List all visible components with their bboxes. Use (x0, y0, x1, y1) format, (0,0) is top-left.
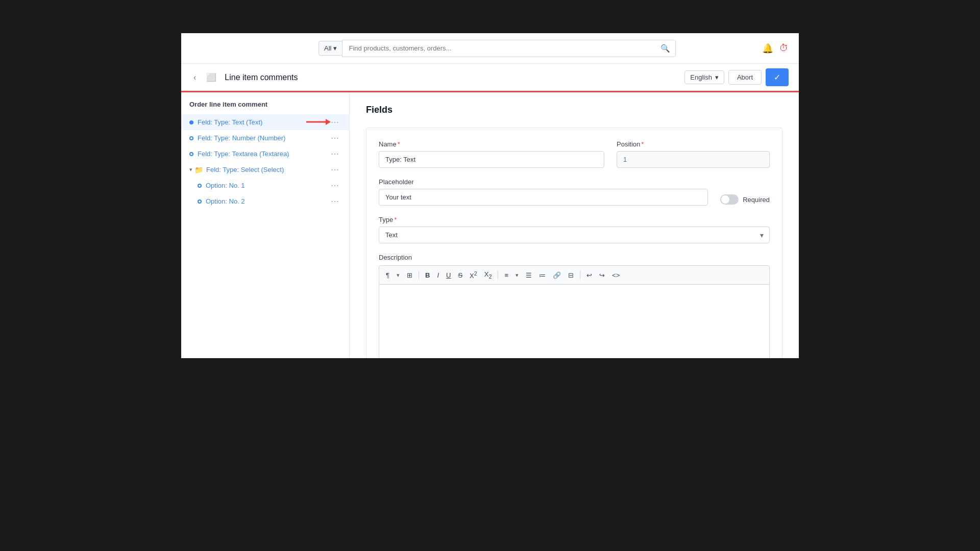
placeholder-field-group: Placeholder (379, 178, 708, 206)
search-input[interactable] (342, 41, 655, 56)
content-area: Fields Name* Position* (350, 92, 799, 358)
fields-title: Fields (366, 105, 782, 115)
tree-dot-icon (189, 152, 193, 156)
name-field-group: Name* (379, 140, 604, 168)
toolbar-align-button[interactable]: ≡ (502, 270, 511, 281)
tree-dot-icon (198, 184, 202, 188)
language-chevron: ▾ (715, 73, 719, 81)
type-select[interactable]: Text (379, 227, 770, 243)
toolbar-superscript-button[interactable]: X2 (467, 269, 480, 281)
language-label: English (690, 73, 712, 81)
tree-dot-icon (198, 199, 202, 204)
position-field-group: Position* (617, 140, 770, 168)
position-label: Position* (617, 140, 770, 148)
toolbar-underline-button[interactable]: U (444, 270, 453, 281)
position-input[interactable] (617, 151, 770, 168)
search-all-button[interactable]: All ▾ (318, 41, 342, 56)
top-bar: All ▾ 🔍 🔔 ⏱ (181, 33, 799, 64)
toolbar-subscript-button[interactable]: X2 (482, 269, 495, 281)
toolbar-italic-button[interactable]: I (434, 270, 442, 281)
name-position-row: Name* Position* (379, 140, 770, 168)
toolbar-table-button[interactable]: ⊟ (566, 270, 576, 281)
sidebar-title: Order line item comment (181, 101, 349, 114)
required-toggle[interactable] (720, 194, 739, 205)
tree-item-label: Feld: Type: Select (Select) (206, 166, 329, 173)
editor-toolbar: ¶ ▾ ⊞ B I U S X2 X2 ≡ ▾ ☰ ≔ (379, 265, 770, 285)
page-title: Line item comments (225, 73, 298, 82)
toolbar-divider-3 (580, 271, 580, 279)
toolbar-undo-button[interactable]: ↩ (584, 270, 595, 281)
confirm-button[interactable]: ✓ (766, 68, 789, 86)
tree-item-label: Option: No. 2 (206, 197, 329, 205)
toolbar-link-button[interactable]: 🔗 (550, 270, 564, 281)
search-all-chevron: ▾ (333, 44, 337, 52)
search-icon: 🔍 (660, 44, 670, 53)
toolbar-list-ol-button[interactable]: ☰ (523, 270, 534, 281)
tree-expand-icon: ▾ (189, 166, 192, 173)
arrow-pointer (305, 118, 331, 127)
tree-dot-icon (189, 120, 193, 124)
list-item[interactable]: ▾ 📁 Feld: Type: Select (Select) ⋯ (181, 162, 349, 178)
list-item[interactable]: Option: No. 2 ⋯ (181, 193, 349, 209)
language-selector[interactable]: English ▾ (684, 70, 724, 84)
type-label: Type* (379, 216, 770, 223)
home-button[interactable]: ⬜ (204, 70, 218, 84)
description-label: Description (379, 254, 770, 261)
abort-button[interactable]: Abort (728, 70, 762, 85)
placeholder-input[interactable] (379, 189, 708, 206)
back-button[interactable]: ‹ (191, 71, 198, 84)
required-toggle-label: Required (743, 196, 770, 204)
tree-item-label: Feld: Type: Number (Number) (198, 134, 329, 142)
placeholder-row: Placeholder Required (379, 178, 770, 206)
main-layout: Order line item comment Feld: Type: Text… (181, 92, 799, 358)
description-group: Description ¶ ▾ ⊞ B I U S X2 X2 ≡ (379, 254, 770, 358)
required-toggle-group: Required (720, 194, 770, 206)
tree-item-label: Feld: Type: Textarea (Textarea) (198, 150, 329, 158)
name-label: Name* (379, 140, 604, 148)
tree-item-menu-icon[interactable]: ⋯ (329, 149, 341, 159)
search-area: All ▾ 🔍 (318, 40, 676, 57)
folder-icon: 📁 (194, 166, 203, 174)
confirm-icon: ✓ (774, 73, 780, 82)
list-item[interactable]: Feld: Type: Textarea (Textarea) ⋯ (181, 146, 349, 162)
align-chevron-icon: ▾ (513, 270, 521, 280)
sub-header-right: English ▾ Abort ✓ (684, 68, 789, 86)
toolbar-paragraph-button[interactable]: ¶ (383, 270, 392, 281)
list-item[interactable]: Feld: Type: Number (Number) ⋯ (181, 130, 349, 146)
search-input-wrap: 🔍 (342, 40, 676, 57)
toolbar-strikethrough-button[interactable]: S (455, 270, 465, 281)
tree-item-menu-icon[interactable]: ⋯ (329, 196, 341, 206)
chevron-down-icon: ▾ (394, 270, 402, 280)
placeholder-label: Placeholder (379, 178, 708, 186)
description-editor-body[interactable] (379, 285, 770, 358)
tree-item-menu-icon[interactable]: ⋯ (329, 133, 341, 143)
list-item[interactable]: Option: No. 1 ⋯ (181, 178, 349, 193)
type-row: Type* Text (379, 216, 770, 243)
top-bar-icons: 🔔 ⏱ (762, 43, 789, 54)
tree-item-menu-icon[interactable]: ⋯ (329, 181, 341, 190)
toolbar-divider (419, 271, 419, 279)
toolbar-divider-2 (498, 271, 498, 279)
search-all-label: All (324, 44, 331, 52)
search-icon-button[interactable]: 🔍 (655, 40, 675, 57)
type-field-group: Type* Text (379, 216, 770, 243)
toolbar-grid-button[interactable]: ⊞ (404, 270, 415, 281)
toolbar-list-ul-button[interactable]: ≔ (536, 270, 548, 281)
clock-icon[interactable]: ⏱ (779, 43, 789, 54)
notification-icon[interactable]: 🔔 (762, 43, 773, 54)
form-section: Name* Position* Placeholder (366, 128, 782, 358)
toolbar-redo-button[interactable]: ↪ (597, 270, 607, 281)
sub-header: ‹ ⬜ Line item comments English ▾ Abort ✓ (181, 64, 799, 92)
tree-item-menu-icon[interactable]: ⋯ (329, 165, 341, 174)
type-select-wrap: Text (379, 227, 770, 243)
tree-dot-icon (189, 136, 193, 140)
sub-header-left: ‹ ⬜ Line item comments (191, 70, 298, 84)
tree-item-label: Option: No. 1 (206, 182, 329, 189)
list-item[interactable]: Feld: Type: Text (Text) ⋯ (181, 114, 349, 130)
name-input[interactable] (379, 151, 604, 168)
toolbar-bold-button[interactable]: B (423, 270, 432, 281)
sidebar: Order line item comment Feld: Type: Text… (181, 92, 350, 358)
toolbar-code-button[interactable]: <> (609, 270, 622, 281)
